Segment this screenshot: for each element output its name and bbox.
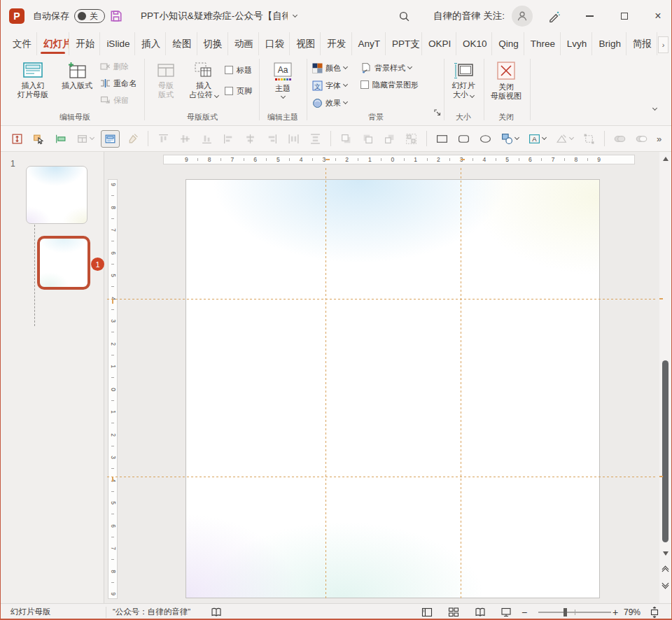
- vertical-guide[interactable]: [326, 168, 326, 600]
- tab-幻灯片[interactable]: 幻灯片: [37, 32, 69, 55]
- save-button[interactable]: [110, 0, 122, 32]
- toolbar-overflow-button[interactable]: »: [657, 134, 662, 144]
- tab-PPT支[interactable]: PPT支: [386, 32, 422, 55]
- align-center-icon[interactable]: [241, 131, 259, 147]
- align-top-icon[interactable]: [155, 131, 172, 147]
- hide-background-graphics-checkbox[interactable]: 隐藏背景图形: [360, 78, 419, 91]
- zoom-slider-handle[interactable]: [564, 608, 567, 617]
- previous-slide-button[interactable]: [659, 563, 671, 575]
- next-slide-button[interactable]: [659, 580, 671, 591]
- colors-button[interactable]: 颜色: [312, 61, 347, 75]
- distribute-vertical-icon[interactable]: [307, 131, 324, 147]
- send-backward-icon[interactable]: [359, 131, 377, 147]
- horizontal-guide[interactable]: [107, 477, 657, 477]
- tab-Lvyh[interactable]: Lvyh: [561, 32, 593, 55]
- close-button[interactable]: ×: [648, 0, 668, 32]
- tab-Three[interactable]: Three: [524, 32, 561, 55]
- background-styles-button[interactable]: 背景样式: [360, 61, 412, 75]
- preserve-button[interactable]: 保留: [100, 93, 129, 107]
- document-title[interactable]: PPT小知识&疑难杂症-公众号【自律...: [141, 0, 297, 32]
- tab-视图[interactable]: 视图: [290, 32, 321, 55]
- align-bottom-icon[interactable]: [198, 131, 216, 147]
- tab-开发[interactable]: 开发: [321, 32, 351, 55]
- avatar[interactable]: [512, 6, 533, 27]
- tab-绘图[interactable]: 绘图: [166, 32, 197, 55]
- distribute-horizontal-icon[interactable]: [285, 131, 302, 147]
- align-middle-icon[interactable]: [176, 131, 194, 147]
- tab-OKPI[interactable]: OKPI: [422, 32, 456, 55]
- maximize-button[interactable]: [614, 0, 635, 32]
- tab-口袋[interactable]: 口袋: [259, 32, 290, 55]
- powerpoint-app-icon[interactable]: P: [9, 8, 24, 24]
- slide-sorter-view-button[interactable]: [446, 604, 461, 620]
- horizontal-guide[interactable]: [107, 299, 657, 300]
- dialog-launcher-icon[interactable]: [433, 108, 442, 117]
- master-layout-button[interactable]: 母版 版式: [149, 58, 183, 108]
- fonts-button[interactable]: 文 字体: [312, 78, 347, 92]
- align-right-icon[interactable]: [263, 131, 281, 147]
- minimize-button[interactable]: [579, 0, 600, 32]
- account-name[interactable]: 自律的音律 关注:: [433, 0, 505, 32]
- bring-forward-icon[interactable]: [337, 131, 355, 147]
- insert-slide-master-button[interactable]: 插入幻 灯片母版: [10, 58, 55, 108]
- autosave-control[interactable]: 自动保存 关: [33, 0, 105, 32]
- slideshow-view-button[interactable]: [498, 604, 514, 620]
- text-box-icon[interactable]: A: [526, 131, 549, 147]
- delete-button[interactable]: 删除: [100, 59, 129, 73]
- bring-to-front-icon[interactable]: [381, 131, 398, 147]
- master-slide-thumbnail[interactable]: [26, 166, 88, 224]
- combine-shapes-icon[interactable]: [633, 131, 650, 147]
- edit-points-icon[interactable]: [580, 131, 598, 147]
- group-objects-icon[interactable]: [402, 131, 420, 147]
- select-placeholder-icon[interactable]: [30, 131, 48, 147]
- proofing-book-icon[interactable]: [211, 604, 222, 620]
- title-checkbox[interactable]: 标题: [225, 64, 252, 76]
- selected-layout-thumbnail[interactable]: [37, 236, 90, 290]
- slide-size-button[interactable]: 幻灯片 大小: [446, 58, 481, 108]
- scroll-down-button[interactable]: [659, 548, 671, 559]
- scroll-up-button[interactable]: [659, 153, 671, 164]
- tab-文件[interactable]: 文件: [6, 32, 37, 55]
- tab-iSlide[interactable]: iSlide: [100, 32, 135, 55]
- insert-placeholder-bar-icon[interactable]: [52, 131, 69, 147]
- slide-canvas[interactable]: [186, 179, 600, 598]
- shapes-gallery-icon[interactable]: [498, 131, 522, 147]
- footer-checkbox[interactable]: 页脚: [225, 85, 252, 97]
- fit-slide-to-window-button[interactable]: [649, 604, 660, 620]
- tab-OK10[interactable]: OK10: [456, 32, 492, 55]
- tab-开始[interactable]: 开始: [69, 32, 100, 55]
- reading-view-button[interactable]: [472, 604, 488, 620]
- zoom-out-button[interactable]: −: [522, 604, 527, 620]
- insert-placeholder-button[interactable]: 插入 占位符: [185, 58, 223, 108]
- insert-layout-button[interactable]: 插入版式: [57, 58, 97, 108]
- layout-master-icon[interactable]: [74, 131, 97, 147]
- tab-切换[interactable]: 切换: [197, 32, 228, 55]
- sparkle-pen-button[interactable]: [548, 0, 561, 32]
- vertical-guide[interactable]: [461, 168, 461, 600]
- slide-layout-icon[interactable]: [101, 130, 120, 148]
- tab-Brigh[interactable]: Brigh: [592, 32, 626, 55]
- tab-Qing[interactable]: Qing: [492, 32, 524, 55]
- themes-button[interactable]: Aa 主题: [264, 58, 302, 108]
- shape-fill-icon[interactable]: [553, 131, 576, 147]
- zoom-in-button[interactable]: +: [612, 604, 618, 620]
- merge-shapes-icon[interactable]: [611, 131, 629, 147]
- ellipse-icon[interactable]: [477, 131, 494, 147]
- row-height-icon[interactable]: [8, 131, 26, 147]
- zoom-slider[interactable]: [538, 612, 611, 613]
- format-painter-icon[interactable]: [124, 131, 141, 147]
- rounded-rectangle-icon[interactable]: [455, 131, 472, 147]
- rename-button[interactable]: 重命名: [100, 76, 136, 90]
- tab-简报[interactable]: 简报: [626, 32, 657, 55]
- tab-scroll-right-button[interactable]: ›: [658, 36, 668, 53]
- rectangle-icon[interactable]: [433, 131, 451, 147]
- tab-AnyT[interactable]: AnyT: [352, 32, 386, 55]
- effects-button[interactable]: 效果: [312, 96, 347, 110]
- tab-动画[interactable]: 动画: [228, 32, 259, 55]
- zoom-level[interactable]: 79%: [624, 604, 640, 620]
- close-master-view-button[interactable]: 关闭 母版视图: [486, 57, 526, 107]
- collapse-ribbon-button[interactable]: [649, 108, 660, 118]
- align-left-icon[interactable]: [220, 131, 237, 147]
- autosave-toggle[interactable]: 关: [74, 9, 105, 23]
- search-button[interactable]: [398, 0, 410, 32]
